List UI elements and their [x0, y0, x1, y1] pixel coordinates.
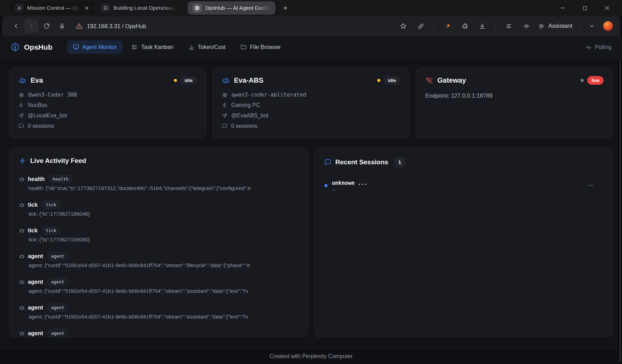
- tab-favicon-mission-control: [15, 3, 24, 13]
- tab-favicon-terminal-icon: [101, 3, 110, 13]
- panel-title: Recent Sessions: [336, 158, 388, 166]
- nav-tab-file-browser[interactable]: File Browser: [235, 40, 286, 54]
- status-badge: idle: [384, 76, 400, 85]
- profile-avatar[interactable]: [603, 21, 613, 31]
- site-header: OpsHub Agent Monitor Task Kanban Token/C…: [0, 36, 622, 58]
- nav-label: Token/Cost: [198, 44, 226, 50]
- copy-link-icon[interactable]: [414, 19, 428, 33]
- scrollbar[interactable]: [618, 58, 622, 364]
- feed-event: agent agent agent: {"runId":"51fd1e54-d2…: [19, 252, 298, 268]
- brand-name: OpsHub: [24, 43, 52, 51]
- event-type-badge: agent: [48, 252, 68, 260]
- event-name: tick: [28, 227, 38, 234]
- event-list: health health health: {"ok":true,"ts":17…: [19, 175, 298, 337]
- agent-host: NucBox: [28, 102, 47, 108]
- session-status-dot: [324, 184, 328, 187]
- event-detail: agent: {"runId":"51fd1e54-d207-41b1-9e6c…: [29, 262, 298, 268]
- agent-sessions: 0 sessions: [28, 123, 54, 129]
- telegram-send-icon: [222, 113, 227, 118]
- browser-tabstrip: Mission Control — Op Building Local Open…: [0, 0, 622, 16]
- dashboard-content: Eva idle Qwen3-Coder 30B NucBox @: [0, 58, 622, 348]
- chat-bubble-icon: [222, 123, 227, 129]
- bar-chart-icon: [188, 44, 195, 50]
- pulse-icon: [585, 44, 592, 50]
- url-text: 192.168.3.31 / OpsHub: [87, 23, 146, 30]
- robot-icon: [19, 279, 25, 285]
- forward-button[interactable]: [24, 19, 38, 33]
- footer-text: Created with Perplexity Computer: [269, 353, 353, 359]
- voice-waveform-icon[interactable]: [519, 19, 533, 33]
- assistant-button[interactable]: Assistant: [537, 23, 574, 30]
- robot-icon: [19, 254, 25, 259]
- opshub-page: OpsHub Agent Monitor Task Kanban Token/C…: [0, 36, 622, 364]
- tab-close-icon[interactable]: [84, 6, 89, 11]
- feed-event: tick tick tick: {"ts":1773627186046}: [19, 201, 298, 217]
- feed-event: health health health: {"ok":true,"ts":17…: [19, 175, 298, 191]
- reading-list-icon[interactable]: [502, 19, 516, 33]
- gateway-card: Gateway live Endpoint: 127.0.0.1:18789: [416, 67, 613, 139]
- downloads-icon[interactable]: [475, 19, 489, 33]
- new-tab-button[interactable]: [280, 3, 291, 13]
- polling-label: Polling: [595, 44, 612, 50]
- nav-tab-agent-monitor[interactable]: Agent Monitor: [67, 40, 123, 54]
- kanban-icon: [131, 44, 138, 50]
- bolt-icon: [18, 102, 24, 108]
- chat-bubble-icon: [324, 159, 331, 166]
- gateway-name: Gateway: [437, 76, 466, 84]
- polling-status[interactable]: Polling: [585, 44, 612, 50]
- status-dot: [377, 79, 380, 82]
- status-dot: [174, 79, 177, 82]
- feed-event: agent agent agent: {"runId":"51fd1e54-d2…: [19, 304, 298, 320]
- feed-event: tick tick tick: {"ts":1773627159050}: [19, 226, 298, 243]
- nav-tab-token-cost[interactable]: Token/Cost: [183, 40, 231, 54]
- chevron-down-icon[interactable]: [587, 23, 597, 29]
- microphone-icon[interactable]: [55, 19, 69, 33]
- tab-mission-control[interactable]: Mission Control — Op: [10, 1, 94, 15]
- back-button[interactable]: [9, 19, 23, 33]
- session-subtext: —: [332, 187, 368, 192]
- tab-building-openclaw[interactable]: Building Local Openclaw A: [96, 1, 183, 15]
- status-badge: idle: [180, 76, 197, 85]
- extension-megaphone-icon[interactable]: [441, 19, 454, 33]
- divider: [495, 22, 496, 30]
- event-detail: tick: {"ts":1773627186046}: [29, 211, 298, 217]
- agent-name: Eva: [31, 76, 43, 84]
- agent-model: qwen3-coder-abliterated: [232, 92, 306, 98]
- monitor-icon: [73, 44, 79, 50]
- tab-title: Building Local Openclaw A: [114, 5, 178, 11]
- telegram-send-icon: [18, 113, 24, 118]
- address-bar[interactable]: 192.168.3.31 / OpsHub: [76, 23, 146, 30]
- minimize-button[interactable]: [557, 2, 568, 14]
- agent-card-eva-abs: Eva-ABS idle qwen3-coder-abliterated Gam…: [212, 67, 410, 139]
- close-window-button[interactable]: [601, 2, 613, 14]
- divider: [580, 22, 580, 30]
- divider: [434, 22, 434, 30]
- robot-icon: [18, 76, 26, 84]
- session-meta: —: [588, 182, 603, 188]
- event-type-badge: agent: [48, 278, 68, 286]
- toolbar-right: Assistant: [396, 19, 613, 33]
- maximize-button[interactable]: [579, 2, 591, 14]
- agent-card-eva: Eva idle Qwen3-Coder 30B NucBox @: [9, 67, 206, 139]
- chip-icon: [18, 92, 24, 98]
- session-list-item[interactable]: unknown ... — —: [324, 180, 603, 192]
- chip-icon: [222, 92, 228, 98]
- reload-button[interactable]: [40, 19, 54, 33]
- scrollbar-thumb[interactable]: [620, 59, 621, 362]
- session-name: unknown ...: [332, 180, 368, 186]
- extensions-puzzle-icon[interactable]: [458, 19, 472, 33]
- status-dot: [581, 79, 584, 82]
- nav-label: Agent Monitor: [82, 44, 117, 50]
- assistant-label: Assistant: [548, 23, 572, 30]
- event-detail: tick: {"ts":1773627159050}: [29, 237, 298, 243]
- bookmark-star-icon[interactable]: [396, 19, 410, 33]
- robot-icon: [222, 76, 230, 84]
- nav-tab-task-kanban[interactable]: Task Kanban: [126, 40, 179, 54]
- robot-icon: [19, 331, 25, 336]
- recent-sessions-panel: Recent Sessions 1 unknown ... — —: [314, 148, 613, 337]
- tab-opshub-active[interactable]: OpsHub — AI Agent Dashb: [188, 1, 275, 15]
- status-badge: live: [587, 76, 604, 85]
- nav-label: Task Kanban: [141, 44, 173, 50]
- feed-event: agent agent: [19, 329, 298, 337]
- chat-bubble-icon: [18, 123, 24, 129]
